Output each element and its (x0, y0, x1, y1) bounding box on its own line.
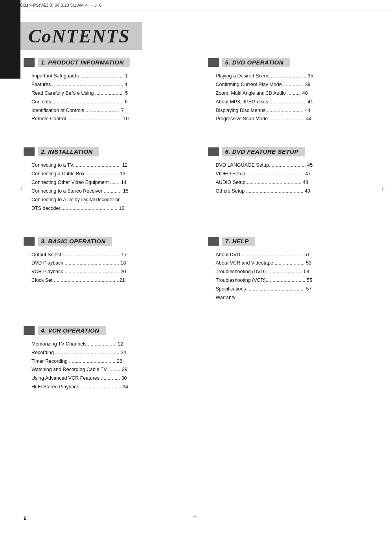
section-3-color-bar (24, 237, 35, 246)
section-5-title-bg: 5. DVD OPERATION (222, 58, 290, 67)
section-4-title-bg: 4. VCR OPERATION (38, 326, 106, 335)
toc-line: Zoom, Multi Angle and 3D Audio .........… (216, 89, 377, 98)
content-area: 1. PRODUCT INFORMATION Important Safegua… (0, 54, 392, 431)
section-6-title-bg: 6. DVD FEATURE SETUP (222, 147, 305, 156)
page-title: CoNTENTS (28, 26, 130, 46)
toc-line: Connecting to a TV......................… (31, 161, 192, 170)
toc-line: DVD Playback ...........................… (31, 259, 192, 268)
section-7-title-bg: 7. HELP (222, 237, 255, 246)
section-2-title: 2. INSTALLATION (41, 148, 93, 155)
top-bar: DC-B8CB1N-PS(VE3.0) 04.3.23 5:1 AM ページ 6 (0, 0, 392, 11)
toc-line: Recording ..............................… (31, 349, 192, 357)
toc-line: Important Safeguards ...................… (31, 72, 192, 81)
toc-line: Connecting Other Video Equipment .......… (31, 178, 192, 187)
page: DC-B8CB1N-PS(VE3.0) 04.3.23 5:1 AM ページ 6… (0, 0, 392, 533)
section-3: 3. BASIC OPERATION Output Select .......… (24, 237, 192, 302)
top-bar-text: DC-B8CB1N-PS(VE3.0) 04.3.23 5:1 AM ページ 6 (7, 2, 101, 8)
toc-line: AUDIO Setup ............................… (216, 178, 377, 187)
toc-line: Timer Recording ........................… (31, 357, 192, 366)
section-3-title: 3. BASIC OPERATION (41, 238, 106, 244)
toc-line: Features... ............................… (31, 81, 192, 89)
toc-line: Connecting to a Stereo Receiver ........… (31, 187, 192, 196)
section-6-title: 6. DVD FEATURE SETUP (225, 148, 298, 155)
toc-line: VIDEO Setup ............................… (216, 170, 377, 178)
toc-line: Troubleshooting (DVD) ..................… (216, 268, 377, 276)
section-4-title: 4. VCR OPERATION (41, 327, 99, 334)
crosshair-left: + (19, 185, 24, 194)
section-5: 5. DVD OPERATION Playing a Desired Scene… (208, 58, 377, 123)
section-6-header: 6. DVD FEATURE SETUP (208, 147, 377, 156)
toc-line: DTS decoder.............................… (31, 204, 192, 213)
black-sidebar (0, 0, 20, 79)
toc-line: Specifications .........................… (216, 285, 377, 294)
section-4-items: Memorizing TV Channels .................… (24, 340, 192, 391)
section-1: 1. PRODUCT INFORMATION Important Safegua… (24, 58, 192, 123)
section-2-color-bar (24, 147, 35, 156)
page-title-bg: CoNTENTS (20, 22, 142, 50)
section-7-title: 7. HELP (225, 238, 249, 244)
toc-line: Warranty (216, 294, 377, 302)
toc-line: Identification of Controls .............… (31, 107, 192, 115)
toc-line: Using Advanced VCR Features ............… (31, 374, 192, 383)
section-3-title-bg: 3. BASIC OPERATION (38, 237, 112, 246)
toc-line: Confirming Current Play Mode ...........… (216, 81, 377, 89)
section-1-items: Important Safeguards ...................… (24, 72, 192, 123)
section-1-color-bar (24, 58, 35, 67)
toc-line: Read Carefully Before Using ............… (31, 89, 192, 98)
toc-line: Connecting to a Dolby Digital decoder or (31, 196, 192, 204)
toc-line: Hi-Fi Stereo Playback ..................… (31, 383, 192, 391)
section-7-header: 7. HELP (208, 237, 377, 246)
toc-line: Progressive Scan Mode ..................… (216, 115, 377, 123)
section-2-title-bg: 2. INSTALLATION (38, 147, 99, 156)
toc-line: About MP3, JPEG discs ..................… (216, 98, 377, 107)
section-6: 6. DVD FEATURE SETUP DVD LANGUAGE Setup.… (208, 147, 377, 213)
section-7-color-bar (208, 237, 219, 246)
toc-line: Troubleshooting (VCR)...................… (216, 276, 377, 285)
section-1-title-bg: 1. PRODUCT INFORMATION (38, 58, 130, 67)
crosshair-right: + (380, 185, 385, 194)
section-7: 7. HELP About DVD ......................… (208, 237, 377, 302)
section-7-items: About DVD ..............................… (208, 251, 377, 302)
section-4-header: 4. VCR OPERATION (24, 326, 192, 335)
section-1-title: 1. PRODUCT INFORMATION (41, 59, 124, 66)
toc-line: Others Setup ...........................… (216, 187, 377, 196)
section-2: 2. INSTALLATION Connecting to a TV......… (24, 147, 192, 213)
section-5-items: Playing a Desired Scene ................… (208, 72, 377, 123)
toc-line: DVD LANGUAGE Setup......................… (216, 161, 377, 170)
section-4-color-bar (24, 326, 35, 335)
section-3-items: Output Select ..........................… (24, 251, 192, 285)
page-number: 6 (24, 515, 26, 521)
toc-line: Displaying Disc Menus...................… (216, 107, 377, 115)
toc-line: Remote Control .........................… (31, 115, 192, 123)
toc-line: Output Select ..........................… (31, 251, 192, 259)
section-5-color-bar (208, 58, 219, 67)
section-1-header: 1. PRODUCT INFORMATION (24, 58, 192, 67)
section-5-header: 5. DVD OPERATION (208, 58, 377, 67)
toc-line: About VCR and Videotape.................… (216, 259, 377, 268)
crosshair-bottom: + (193, 512, 197, 521)
toc-line: Connecting a Cable Box .................… (31, 170, 192, 178)
empty-col (208, 326, 377, 403)
toc-line: Playing a Desired Scene ................… (216, 72, 377, 81)
toc-line: Watching and Recording Cable TV ........… (31, 366, 192, 374)
toc-line: Clock Set ..............................… (31, 276, 192, 285)
toc-line: Memorizing TV Channels .................… (31, 340, 192, 349)
section-2-items: Connecting to a TV......................… (24, 161, 192, 213)
toc-line: VCR Playback ...........................… (31, 268, 192, 276)
toc-line: Contents ...............................… (31, 98, 192, 107)
section-2-header: 2. INSTALLATION (24, 147, 192, 156)
section-6-items: DVD LANGUAGE Setup......................… (208, 161, 377, 196)
section-4: 4. VCR OPERATION Memorizing TV Channels … (24, 326, 192, 391)
toc-line: About DVD ..............................… (216, 251, 377, 259)
section-6-color-bar (208, 147, 219, 156)
section-3-header: 3. BASIC OPERATION (24, 237, 192, 246)
section-5-title: 5. DVD OPERATION (225, 59, 284, 66)
